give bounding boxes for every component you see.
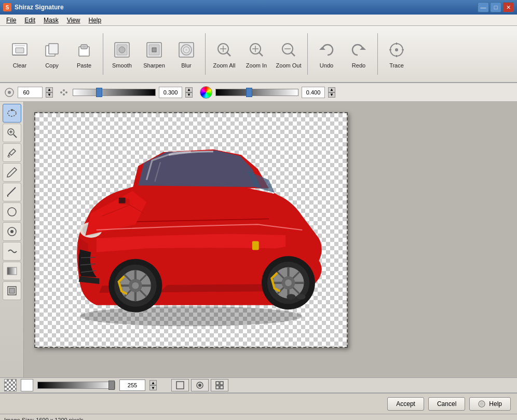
zoom-all-label: Zoom All [213, 62, 236, 69]
smudge-tool[interactable] [3, 242, 21, 261]
svg-point-57 [10, 230, 13, 233]
svg-point-18 [185, 49, 187, 51]
main-content [0, 102, 517, 377]
svg-point-42 [65, 91, 67, 93]
redo-label: Redo [352, 62, 365, 69]
dropper-icon [6, 147, 18, 158]
dropper-tool[interactable] [3, 143, 21, 162]
sharpen-label: Sharpen [143, 62, 165, 69]
value2-up[interactable]: ▲ [328, 87, 335, 92]
brush-size-down[interactable]: ▼ [46, 92, 53, 98]
brush-size-input[interactable] [18, 87, 43, 98]
view-mode-3[interactable] [211, 379, 228, 391]
undo-label: Undo [320, 62, 333, 69]
clear-label: Clear [13, 62, 26, 69]
brush-tool[interactable] [3, 163, 21, 182]
options-slider-1[interactable] [73, 89, 156, 96]
menu-view[interactable]: View [63, 16, 85, 25]
opacity-up[interactable]: ▲ [149, 380, 157, 385]
menu-mask[interactable]: Mask [39, 16, 63, 25]
value1-spinner: ▲ ▼ [185, 87, 193, 98]
maximize-button[interactable]: □ [490, 2, 501, 12]
view-mode-1-icon [175, 381, 185, 390]
view-modes [171, 379, 228, 391]
options-bar: ▲ ▼ 0.300 ▲ ▼ 0.400 ▲ ▼ [0, 83, 517, 102]
white-swatch[interactable] [21, 379, 33, 391]
fill-tool[interactable] [3, 222, 21, 241]
svg-rect-5 [49, 44, 58, 54]
svg-point-55 [8, 208, 16, 216]
zoom-in-label: Zoom In [246, 62, 267, 69]
blur-button[interactable]: Blur [171, 33, 202, 75]
circle-tool[interactable] [3, 202, 21, 221]
help-button[interactable]: Help [469, 397, 511, 411]
color-wheel[interactable] [200, 86, 212, 99]
opacity-down[interactable]: ▼ [149, 385, 157, 390]
title-bar: S Shiraz Signature — □ ✕ [0, 0, 517, 15]
magnify-tool[interactable] [3, 124, 21, 142]
zoom-out-button[interactable]: Zoom Out [273, 33, 304, 75]
svg-rect-92 [216, 382, 219, 385]
brush-options-icon [4, 87, 15, 98]
gradient-tool[interactable] [3, 262, 21, 280]
svg-rect-95 [220, 386, 223, 389]
smudge-icon [6, 246, 18, 257]
svg-rect-86 [119, 198, 126, 204]
opacity-slider[interactable] [37, 382, 115, 389]
cancel-button[interactable]: Cancel [428, 397, 465, 411]
separator-3 [307, 33, 308, 75]
brush-size-up[interactable]: ▲ [46, 87, 53, 92]
value1-up[interactable]: ▲ [185, 87, 193, 92]
scatter-icon [59, 87, 70, 98]
pencil-tool[interactable] [3, 183, 21, 201]
accept-button[interactable]: Accept [387, 397, 424, 411]
bottom-bar: 255 ▲ ▼ [0, 377, 517, 393]
svg-point-75 [132, 282, 139, 289]
svg-rect-89 [176, 382, 184, 389]
menu-file[interactable]: File [2, 16, 20, 25]
minimize-button[interactable]: — [478, 2, 489, 12]
magnify-icon [6, 127, 18, 139]
menu-edit[interactable]: Edit [20, 16, 39, 25]
menu-help[interactable]: Help [85, 16, 106, 25]
options-value-2: 0.400 [302, 87, 325, 98]
trace-button[interactable]: Trace [381, 33, 412, 75]
options-slider-2[interactable] [215, 89, 298, 96]
svg-point-61 [80, 306, 303, 327]
undo-button[interactable]: Undo [311, 33, 342, 75]
opacity-spinner: ▲ ▼ [149, 380, 157, 390]
footer: Image Size: 1600 x 1200 pixels. [0, 414, 517, 420]
copy-button[interactable]: Copy [36, 33, 67, 75]
sharpen-button[interactable]: Sharpen [139, 33, 170, 75]
svg-point-33 [395, 48, 398, 51]
blur-label: Blur [181, 62, 192, 69]
view-mode-1[interactable] [171, 379, 189, 391]
smooth-button[interactable]: Smooth [106, 33, 138, 75]
svg-line-50 [8, 153, 9, 156]
svg-point-84 [285, 279, 292, 286]
separator-4 [377, 33, 378, 75]
zoom-out-icon [278, 39, 299, 60]
canvas-area[interactable] [24, 102, 517, 377]
lasso-tool[interactable] [3, 104, 21, 123]
app-title: Shiraz Signature [15, 4, 478, 11]
redo-button[interactable]: Redo [343, 33, 374, 75]
view-mode-2[interactable] [191, 379, 209, 391]
svg-line-53 [7, 187, 16, 196]
window-controls: — □ ✕ [478, 2, 514, 12]
paste-button[interactable]: Paste [69, 33, 100, 75]
zoom-in-button[interactable]: Zoom In [241, 33, 272, 75]
stamp-tool[interactable] [3, 281, 21, 300]
transparent-swatch[interactable] [4, 379, 17, 391]
help-icon [478, 400, 485, 408]
value1-down[interactable]: ▼ [185, 92, 193, 98]
canvas[interactable] [35, 113, 347, 347]
close-button[interactable]: ✕ [502, 2, 514, 12]
svg-line-20 [227, 52, 230, 56]
value2-down[interactable]: ▼ [328, 92, 335, 98]
brush-size-spinner: ▲ ▼ [46, 87, 53, 98]
clear-button[interactable]: Clear [4, 33, 35, 75]
zoom-all-icon [214, 39, 235, 60]
zoom-all-button[interactable]: Zoom All [209, 33, 240, 75]
opacity-value: 255 [119, 380, 145, 391]
